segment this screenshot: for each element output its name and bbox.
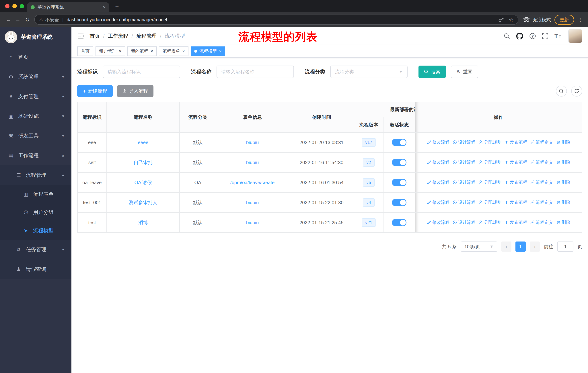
sidebar-item-用户分组[interactable]: ⚇用户分组 <box>0 203 72 222</box>
sidebar-item-工作流程[interactable]: ▤工作流程▼ <box>0 146 72 165</box>
sidebar-item-流程管理[interactable]: ☰流程管理▼ <box>0 165 72 185</box>
definition-action-link[interactable]: 流程定义 <box>530 179 553 185</box>
design-action-link[interactable]: 设计流程 <box>452 220 475 225</box>
sidebar-item-研发工具[interactable]: ⚒研发工具▼ <box>0 126 72 146</box>
tab-首页[interactable]: 首页 <box>77 46 93 56</box>
window-zoom-button[interactable] <box>20 4 24 8</box>
design-action-link[interactable]: 设计流程 <box>452 139 475 145</box>
form-info-link[interactable]: /bpm/oa/leave/create <box>230 180 275 185</box>
tab-流程表单[interactable]: 流程表单× <box>159 46 189 56</box>
password-key-icon[interactable] <box>498 17 504 23</box>
assign-action-link[interactable]: 分配规则 <box>478 139 501 145</box>
form-info-link[interactable]: biubiu <box>246 220 259 225</box>
address-bar[interactable]: ⚠ 不安全 | dashboard.yudao.iocoder.cn/bpm/m… <box>34 15 518 25</box>
delete-action-link[interactable]: 删除 <box>556 179 570 185</box>
active-toggle[interactable] <box>392 179 407 186</box>
publish-action-link[interactable]: 发布流程 <box>504 200 527 205</box>
definition-action-link[interactable]: 流程定义 <box>530 200 553 205</box>
active-toggle[interactable] <box>392 219 407 226</box>
back-button[interactable]: ← <box>4 15 13 24</box>
next-page-button[interactable]: › <box>530 242 540 252</box>
process-name-link[interactable]: 自己审批 <box>134 160 153 165</box>
process-name-link[interactable]: 测试多审批人 <box>129 200 157 205</box>
edit-action-link[interactable]: 修改流程 <box>427 159 450 165</box>
help-icon[interactable]: ? <box>529 33 536 39</box>
breadcrumb-item[interactable]: 流程模型 <box>165 33 185 40</box>
delete-action-link[interactable]: 删除 <box>556 159 570 165</box>
active-toggle[interactable] <box>392 139 407 146</box>
form-info-link[interactable]: biubiu <box>246 140 259 145</box>
reload-button[interactable]: ↻ <box>23 15 32 24</box>
page-size-select[interactable]: 10条/页 ▼ <box>461 242 497 252</box>
close-icon[interactable]: × <box>219 49 222 53</box>
form-info-link[interactable]: biubiu <box>246 200 259 205</box>
close-icon[interactable]: × <box>119 49 121 53</box>
tab-租户管理[interactable]: 租户管理× <box>95 46 125 56</box>
toggle-search-button[interactable] <box>556 86 567 97</box>
publish-action-link[interactable]: 发布流程 <box>504 220 527 225</box>
sidebar-item-流程模型[interactable]: ➤流程模型 <box>0 222 72 240</box>
create-process-button[interactable]: + 新建流程 <box>77 85 113 97</box>
edit-action-link[interactable]: 修改流程 <box>427 179 450 185</box>
process-key-input[interactable] <box>103 66 180 78</box>
sidebar-item-系统管理[interactable]: ⚙系统管理▼ <box>0 67 72 87</box>
design-action-link[interactable]: 设计流程 <box>452 159 475 165</box>
sidebar-item-请假查询[interactable]: ♟请假查询 <box>0 259 72 279</box>
process-name-input[interactable] <box>217 66 294 78</box>
definition-action-link[interactable]: 流程定义 <box>530 220 553 225</box>
sidebar-item-基础设施[interactable]: ▣基础设施▼ <box>0 106 72 126</box>
new-tab-button[interactable]: + <box>112 2 122 11</box>
bookmark-star-icon[interactable]: ☆ <box>509 17 514 23</box>
fullscreen-icon[interactable] <box>542 33 548 39</box>
github-icon[interactable] <box>516 33 523 40</box>
assign-action-link[interactable]: 分配规则 <box>478 179 501 185</box>
publish-action-link[interactable]: 发布流程 <box>504 159 527 165</box>
collapse-sidebar-icon[interactable] <box>77 33 84 39</box>
browser-update-button[interactable]: 更新 <box>555 15 574 25</box>
sidebar-item-支付管理[interactable]: ¥支付管理▼ <box>0 87 72 106</box>
tab-close-icon[interactable]: × <box>103 4 106 10</box>
definition-action-link[interactable]: 流程定义 <box>530 139 553 145</box>
edit-action-link[interactable]: 修改流程 <box>427 200 450 205</box>
breadcrumb-item[interactable]: 工作流程 <box>108 33 128 40</box>
search-button[interactable]: 搜索 <box>419 66 446 78</box>
sidebar-item-首页[interactable]: ⌂首页 <box>0 47 72 67</box>
goto-page-input[interactable] <box>557 242 573 252</box>
process-name-link[interactable]: 滔博 <box>138 220 148 225</box>
publish-action-link[interactable]: 发布流程 <box>504 179 527 185</box>
sidebar-item-任务管理[interactable]: ⧉任务管理▼ <box>0 240 72 259</box>
edit-action-link[interactable]: 修改流程 <box>427 139 450 145</box>
page-number-current[interactable]: 1 <box>515 242 526 252</box>
process-name-link[interactable]: OA 请假 <box>134 180 152 185</box>
sidebar-item-流程表单[interactable]: ▥流程表单 <box>0 185 72 203</box>
delete-action-link[interactable]: 删除 <box>556 200 570 205</box>
breadcrumb-item[interactable]: 流程管理 <box>136 33 157 40</box>
edit-action-link[interactable]: 修改流程 <box>427 220 450 225</box>
tab-我的流程[interactable]: 我的流程× <box>127 46 157 56</box>
refresh-table-button[interactable] <box>571 86 582 97</box>
process-name-link[interactable]: eeee <box>138 140 148 145</box>
close-icon[interactable]: × <box>151 49 153 53</box>
reset-button[interactable]: ↻ 重置 <box>451 66 478 78</box>
browser-tab[interactable]: 芋道管理系统 × <box>27 2 109 12</box>
active-toggle[interactable] <box>392 199 407 206</box>
prev-page-button[interactable]: ‹ <box>501 242 511 252</box>
design-action-link[interactable]: 设计流程 <box>452 179 475 185</box>
assign-action-link[interactable]: 分配规则 <box>478 200 501 205</box>
tab-流程模型[interactable]: 流程模型× <box>191 46 225 56</box>
category-select[interactable]: 流程分类 ▼ <box>330 66 408 78</box>
window-close-button[interactable] <box>5 4 10 8</box>
window-minimize-button[interactable] <box>12 4 17 8</box>
form-info-link[interactable]: biubiu <box>246 160 259 165</box>
import-process-button[interactable]: 导入流程 <box>117 85 153 97</box>
publish-action-link[interactable]: 发布流程 <box>504 139 527 145</box>
active-toggle[interactable] <box>392 159 407 166</box>
delete-action-link[interactable]: 删除 <box>556 139 570 145</box>
assign-action-link[interactable]: 分配规则 <box>478 220 501 225</box>
browser-menu-icon[interactable]: ⋮ <box>578 17 583 23</box>
font-size-icon[interactable]: TT <box>555 33 562 39</box>
user-avatar[interactable] <box>568 29 582 43</box>
delete-action-link[interactable]: 删除 <box>556 220 570 225</box>
assign-action-link[interactable]: 分配规则 <box>478 159 501 165</box>
forward-button[interactable]: → <box>13 15 23 24</box>
